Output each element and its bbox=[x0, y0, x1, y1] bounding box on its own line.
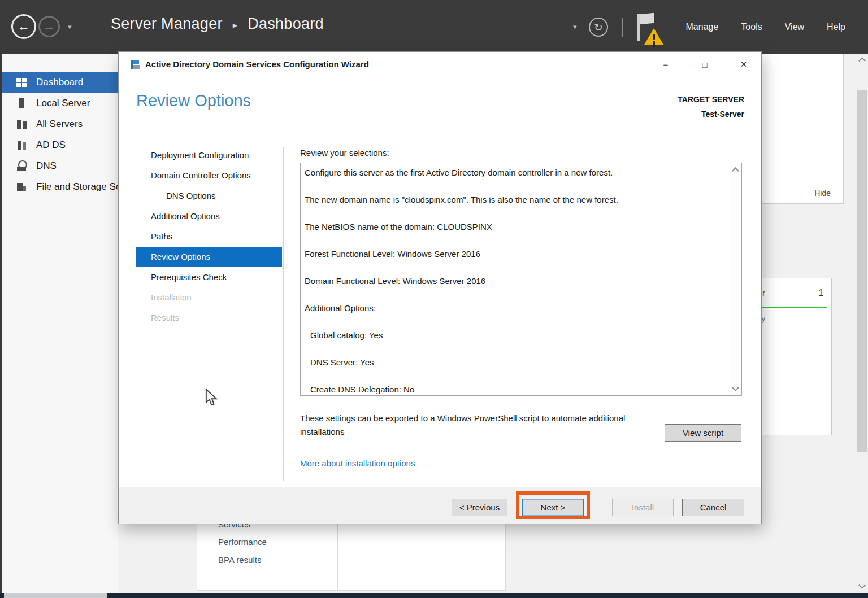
performance-link[interactable]: Performance bbox=[218, 537, 267, 547]
manageability-link-fragment[interactable]: y bbox=[761, 313, 766, 323]
bpa-results-link[interactable]: BPA results bbox=[218, 555, 261, 565]
target-server-label: TARGET SERVER bbox=[678, 95, 744, 104]
refresh-icon: ↻ bbox=[594, 21, 603, 34]
page-scrollbar[interactable] bbox=[857, 54, 868, 595]
back-button[interactable]: ← bbox=[11, 14, 36, 39]
sidebar-item-all-servers[interactable]: All Servers bbox=[2, 114, 118, 134]
sidebar-item-label: File and Storage Services bbox=[36, 181, 118, 193]
dialog-titlebar[interactable]: Active Directory Domain Services Configu… bbox=[119, 52, 761, 77]
breadcrumb-current-page: Dashboard bbox=[248, 15, 324, 33]
wizard-nav: Deployment ConfigurationDomain Controlle… bbox=[136, 145, 282, 328]
local-server-icon bbox=[16, 98, 27, 109]
wizard-nav-dns-options[interactable]: DNS Options bbox=[136, 186, 282, 206]
topbar-menus: ManageToolsViewHelp bbox=[686, 0, 845, 54]
dialog-footer: < Previous Next > Install Cancel bbox=[119, 487, 761, 524]
adds-configuration-wizard-dialog: Active Directory Domain Services Configu… bbox=[118, 51, 762, 524]
horizontal-scrollbar[interactable] bbox=[0, 593, 868, 598]
wizard-nav-paths[interactable]: Paths bbox=[136, 226, 282, 247]
review-line: DNS Server: Yes bbox=[310, 357, 374, 367]
menu-help[interactable]: Help bbox=[827, 22, 845, 32]
wizard-flag-icon bbox=[131, 60, 140, 69]
review-line: The new domain name is "cloudspinx.com".… bbox=[305, 195, 618, 204]
review-line: The NetBIOS name of the domain: CLOUDSPI… bbox=[305, 222, 492, 232]
horizontal-scrollbar-thumb[interactable] bbox=[4, 593, 107, 598]
wizard-nav-results: Results bbox=[136, 308, 282, 328]
forward-button[interactable]: → bbox=[38, 16, 60, 37]
dns-icon bbox=[16, 160, 27, 172]
sidebar-item-file-and-storage-services[interactable]: File and Storage Services bbox=[2, 176, 118, 197]
target-server-name: Test-Server bbox=[701, 110, 744, 119]
breadcrumb-separator-icon: ▸ bbox=[233, 18, 237, 30]
refresh-button[interactable]: ↻ bbox=[589, 18, 608, 37]
sidebar-item-ad-ds[interactable]: AD DS bbox=[2, 134, 118, 155]
cancel-button[interactable]: Cancel bbox=[682, 499, 744, 516]
sidebar-item-label: All Servers bbox=[36, 119, 83, 130]
review-line: Create DNS Delegation: No bbox=[310, 385, 414, 394]
dashboard-icon bbox=[16, 77, 27, 88]
review-box-scrollbar[interactable] bbox=[730, 163, 741, 395]
sidebar-item-label: DNS bbox=[36, 160, 57, 172]
breadcrumb-app-title[interactable]: Server Manager bbox=[111, 15, 223, 33]
review-line: Domain Functional Level: Windows Server … bbox=[305, 276, 485, 286]
back-arrow-icon: ← bbox=[18, 19, 30, 34]
sidebar-list: DashboardLocal ServerAll ServersAD DSDNS… bbox=[2, 54, 118, 197]
install-button: Install bbox=[612, 499, 674, 516]
roles-tile-title-fragment: r bbox=[762, 288, 765, 298]
review-selections-label: Review your selections: bbox=[300, 148, 389, 158]
wizard-page-title: Review Options bbox=[136, 91, 251, 110]
ad-ds-icon bbox=[16, 139, 27, 151]
refresh-dropdown[interactable]: ▾ bbox=[573, 23, 577, 31]
menu-manage[interactable]: Manage bbox=[686, 22, 719, 32]
wizard-nav-review-options[interactable]: Review Options bbox=[136, 247, 282, 267]
view-script-button[interactable]: View script bbox=[665, 424, 741, 442]
maximize-button[interactable]: □ bbox=[695, 55, 714, 73]
wizard-nav-additional-options[interactable]: Additional Options bbox=[136, 206, 282, 226]
scrollbar-up-icon[interactable] bbox=[732, 167, 739, 174]
forward-arrow-icon: → bbox=[43, 19, 55, 34]
annotation-highlight-ring bbox=[516, 491, 590, 519]
wizard-nav-domain-controller-options[interactable]: Domain Controller Options bbox=[136, 165, 282, 186]
sidebar-item-dashboard[interactable]: Dashboard bbox=[2, 72, 118, 93]
review-line: Forest Functional Level: Windows Server … bbox=[305, 249, 480, 259]
previous-button[interactable]: < Previous bbox=[452, 499, 507, 516]
wizard-nav-installation: Installation bbox=[136, 287, 282, 308]
scrollbar-down-icon[interactable] bbox=[732, 384, 739, 391]
wizard-nav-prerequisites-check[interactable]: Prerequisites Check bbox=[136, 267, 282, 287]
sidebar-item-local-server[interactable]: Local Server bbox=[2, 93, 118, 114]
notifications-flag-button[interactable] bbox=[636, 12, 666, 45]
sidebar-item-dns[interactable]: DNS bbox=[2, 155, 118, 176]
hide-welcome-link[interactable]: Hide bbox=[814, 189, 831, 198]
roles-tile-count: 1 bbox=[818, 288, 823, 298]
tile-divider bbox=[188, 524, 188, 591]
mouse-cursor bbox=[205, 389, 219, 407]
close-button[interactable]: ✕ bbox=[734, 55, 753, 73]
sidebar-item-label: AD DS bbox=[36, 139, 66, 151]
scrollbar-up-icon[interactable] bbox=[858, 57, 866, 64]
breadcrumb: Server Manager ▸ Dashboard bbox=[111, 15, 324, 33]
review-line: Configure this server as the first Activ… bbox=[305, 168, 613, 177]
sidebar-item-label: Dashboard bbox=[36, 77, 83, 88]
flag-icon bbox=[640, 13, 654, 25]
wizard-nav-deployment-configuration[interactable]: Deployment Configuration bbox=[136, 145, 282, 165]
scrollbar-down-icon[interactable] bbox=[858, 582, 866, 589]
review-selections-box: Configure this server as the first Activ… bbox=[300, 163, 742, 396]
page-scrollbar-thumb[interactable] bbox=[857, 90, 867, 452]
review-line: Global catalog: Yes bbox=[310, 330, 383, 340]
sidebar: DashboardLocal ServerAll ServersAD DSDNS… bbox=[2, 54, 118, 595]
sidebar-item-label: Local Server bbox=[36, 98, 90, 109]
nav-history-dropdown[interactable]: ▾ bbox=[68, 23, 72, 31]
warning-icon bbox=[644, 28, 663, 45]
menu-tools[interactable]: Tools bbox=[741, 22, 762, 32]
export-note: These settings can be exported to a Wind… bbox=[300, 412, 648, 439]
topbar-divider bbox=[622, 18, 623, 37]
more-about-installation-link[interactable]: More about installation options bbox=[300, 459, 415, 468]
wizard-nav-separator bbox=[283, 147, 284, 481]
topbar: ← → ▾ Server Manager ▸ Dashboard ▾ ↻ Man… bbox=[0, 0, 868, 54]
menu-view[interactable]: View bbox=[785, 22, 804, 32]
file-storage-icon bbox=[16, 181, 27, 193]
minimize-button[interactable]: − bbox=[656, 55, 675, 73]
dialog-title: Active Directory Domain Services Configu… bbox=[145, 59, 369, 69]
all-servers-icon bbox=[16, 119, 27, 130]
review-line: Additional Options: bbox=[305, 303, 376, 313]
